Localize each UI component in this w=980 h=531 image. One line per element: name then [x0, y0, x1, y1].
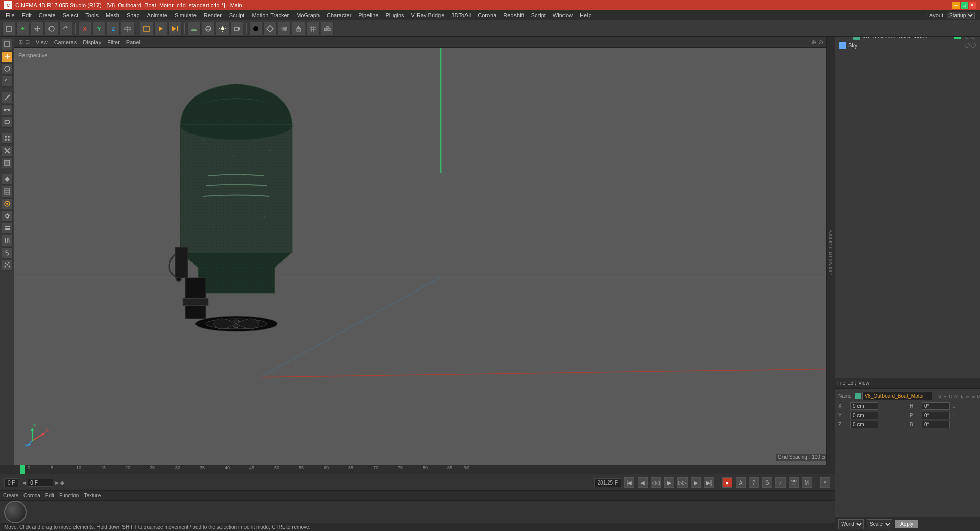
menu-character[interactable]: Character: [323, 11, 355, 19]
timeline-scroll-right[interactable]: ►: [54, 480, 59, 486]
attr-world-select[interactable]: World: [838, 519, 864, 529]
menu-select[interactable]: Select: [59, 11, 82, 19]
toolbar-x-axis[interactable]: X: [78, 22, 91, 35]
toolbar-material[interactable]: [249, 22, 262, 35]
right-vtab[interactable]: Assets Browser: [826, 37, 835, 465]
viewport-filter-menu[interactable]: Filter: [107, 39, 119, 45]
menu-motion-tracker[interactable]: Motion Tracker: [248, 11, 292, 19]
attr-h-field[interactable]: [922, 402, 950, 410]
menu-mesh[interactable]: Mesh: [102, 11, 123, 19]
menu-help[interactable]: Help: [576, 11, 595, 19]
toolbar-light[interactable]: [216, 22, 229, 35]
toolbar-camera[interactable]: [230, 22, 243, 35]
viewport-single-icon[interactable]: ⊟: [25, 39, 30, 45]
menu-edit[interactable]: Edit: [18, 11, 35, 19]
play-go-end[interactable]: ▶|: [704, 477, 714, 488]
menu-animate[interactable]: Animate: [143, 11, 171, 19]
menu-vray[interactable]: V-Ray Bridge: [408, 11, 448, 19]
toolbar-boolean[interactable]: [278, 22, 291, 35]
play-back[interactable]: ◁◁: [651, 477, 661, 488]
timeline-solo[interactable]: S: [762, 477, 772, 488]
tool-hair[interactable]: [2, 235, 13, 246]
timeline-keyframe-btn[interactable]: ◆: [60, 480, 64, 486]
attr-file-btn[interactable]: File: [837, 380, 845, 386]
toolbar-move[interactable]: [31, 22, 44, 35]
minimize-button[interactable]: ─: [952, 2, 960, 9]
toolbar-scale[interactable]: [45, 22, 58, 35]
attr-scale-select[interactable]: Scale: [867, 519, 892, 529]
tool-material-tag[interactable]: [2, 174, 13, 185]
attr-p-field[interactable]: [922, 412, 950, 419]
mm-texture-btn[interactable]: Texture: [84, 493, 101, 498]
attr-x-field[interactable]: [850, 402, 878, 410]
attr-apply-button[interactable]: Apply: [895, 520, 918, 528]
viewport-panel-menu[interactable]: Panel: [126, 39, 140, 45]
close-button[interactable]: ✕: [969, 2, 976, 9]
toolbar-render-view[interactable]: [154, 22, 167, 35]
toolbar-grid[interactable]: [306, 22, 320, 35]
menu-script[interactable]: Script: [528, 11, 549, 19]
viewport[interactable]: ⊞ ⊟ View Cameras Display Filter Panel ⊕ …: [14, 37, 835, 465]
play-fast-forward[interactable]: ▷▷: [677, 477, 688, 488]
om-sky-vis-dot[interactable]: [965, 43, 970, 48]
timeline-frame-input[interactable]: [28, 479, 53, 487]
toolbar-z-axis[interactable]: Z: [107, 22, 120, 35]
tool-texture[interactable]: [2, 186, 13, 197]
play-next[interactable]: ▶: [691, 477, 701, 488]
menu-corona[interactable]: Corona: [474, 11, 500, 19]
timeline-render-anim[interactable]: 🎬: [789, 477, 799, 488]
toolbar-add[interactable]: +: [16, 22, 30, 35]
play-go-start[interactable]: |◀: [624, 477, 634, 488]
tool-particles[interactable]: [2, 259, 13, 271]
attr-z-field[interactable]: [850, 421, 878, 428]
tool-layers[interactable]: [2, 223, 13, 234]
toolbar-floor[interactable]: [187, 22, 201, 35]
tool-edges[interactable]: [2, 145, 13, 156]
menu-sculpt[interactable]: Sculpt: [226, 11, 249, 19]
menu-mograph[interactable]: MoGraph: [292, 11, 323, 19]
toolbar-world-space[interactable]: [121, 22, 134, 35]
window-controls[interactable]: ─ □ ✕: [952, 2, 976, 9]
layout-select[interactable]: Startup: [947, 12, 975, 19]
mm-corona-btn[interactable]: Corona: [23, 493, 40, 498]
menu-snap[interactable]: Snap: [123, 11, 143, 19]
menu-file[interactable]: File: [2, 11, 18, 19]
maximize-button[interactable]: □: [961, 2, 968, 9]
attr-name-field[interactable]: [862, 392, 932, 400]
timeline-motion-clip[interactable]: M: [802, 477, 812, 488]
viewport-canvas[interactable]: Perspective X Y Z Grid Spacing : 100 cm: [14, 48, 835, 465]
menu-render[interactable]: Render: [200, 11, 226, 19]
timeline-sound[interactable]: ♪: [775, 477, 786, 488]
toolbar-render-all[interactable]: [168, 22, 182, 35]
attr-b-field[interactable]: [922, 421, 950, 428]
om-item-sky[interactable]: Sky: [837, 41, 978, 50]
timeline-extra-btn[interactable]: ≡: [820, 477, 830, 488]
timeline-options[interactable]: ?: [749, 477, 759, 488]
tool-select-all[interactable]: [2, 39, 13, 50]
menu-plugins[interactable]: Plugins: [382, 11, 407, 19]
mm-function-btn[interactable]: Function: [59, 493, 79, 498]
viewport-cameras-menu[interactable]: Cameras: [54, 39, 77, 45]
tool-points[interactable]: [2, 133, 13, 144]
menu-3dtall[interactable]: 3DToAll: [448, 11, 474, 19]
viewport-maximize-icon[interactable]: ⊞: [18, 39, 23, 45]
tool-polys[interactable]: [2, 157, 13, 168]
tool-rotate[interactable]: [2, 76, 13, 87]
viewport-icon-1[interactable]: ⊕: [811, 39, 816, 46]
tool-scale[interactable]: [2, 63, 13, 75]
mm-edit-btn[interactable]: Edit: [45, 493, 54, 498]
attr-edit-btn[interactable]: Edit: [847, 380, 856, 386]
tool-snap[interactable]: [2, 198, 13, 209]
play-prev[interactable]: ◀: [638, 477, 648, 488]
tool-move[interactable]: [2, 51, 13, 62]
mm-create-btn[interactable]: Create: [3, 493, 18, 498]
tool-field[interactable]: [2, 247, 13, 258]
toolbar-extrude[interactable]: [292, 22, 305, 35]
timeline-auto-key[interactable]: A: [736, 477, 746, 488]
menu-simulate[interactable]: Simulate: [171, 11, 200, 19]
tool-knife[interactable]: [2, 92, 13, 103]
attr-y-field[interactable]: [850, 412, 878, 419]
toolbar-render-region[interactable]: [140, 22, 153, 35]
menu-window[interactable]: Window: [549, 11, 576, 19]
viewport-icon-2[interactable]: ⊙: [818, 39, 823, 46]
